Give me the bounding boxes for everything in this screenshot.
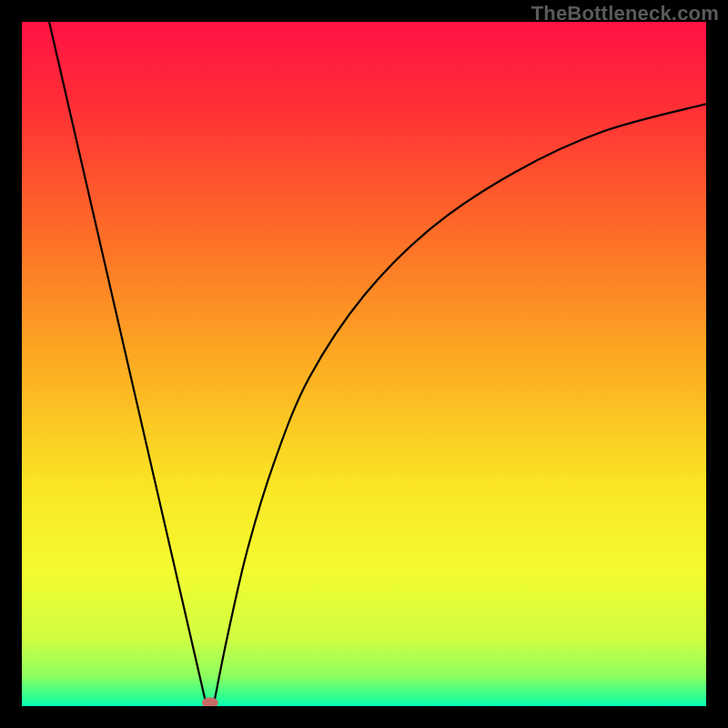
- gradient-background: [22, 22, 706, 706]
- bottleneck-chart: [22, 22, 706, 706]
- chart-container: TheBottleneck.com: [0, 0, 728, 728]
- chart-svg: [22, 22, 706, 706]
- watermark-label: TheBottleneck.com: [531, 2, 719, 25]
